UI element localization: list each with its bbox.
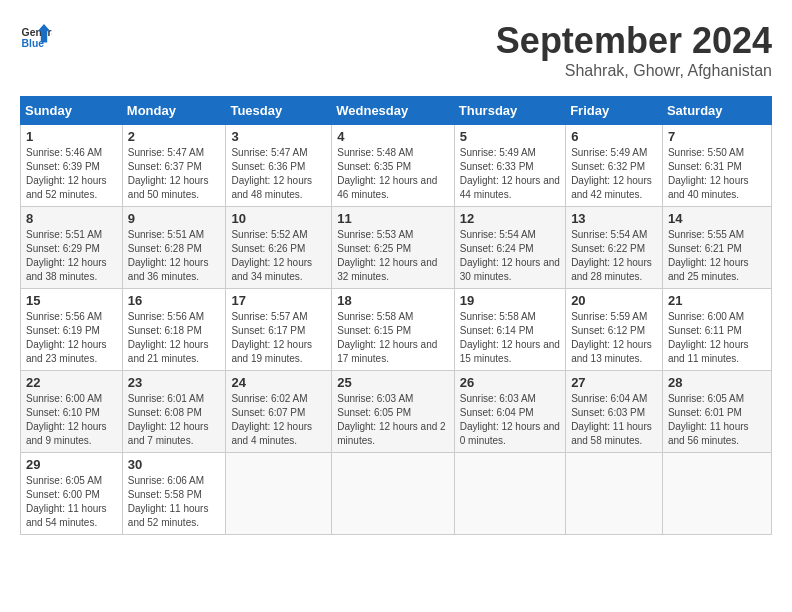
day-info: Sunrise: 6:05 AM Sunset: 6:00 PM Dayligh… bbox=[26, 474, 117, 530]
day-number: 20 bbox=[571, 293, 657, 308]
day-number: 11 bbox=[337, 211, 449, 226]
day-info: Sunrise: 5:51 AM Sunset: 6:28 PM Dayligh… bbox=[128, 228, 221, 284]
calendar-cell: 27Sunrise: 6:04 AM Sunset: 6:03 PM Dayli… bbox=[566, 371, 663, 453]
header-cell-tuesday: Tuesday bbox=[226, 97, 332, 125]
day-number: 25 bbox=[337, 375, 449, 390]
day-info: Sunrise: 6:04 AM Sunset: 6:03 PM Dayligh… bbox=[571, 392, 657, 448]
calendar-cell: 2Sunrise: 5:47 AM Sunset: 6:37 PM Daylig… bbox=[122, 125, 226, 207]
calendar-cell: 22Sunrise: 6:00 AM Sunset: 6:10 PM Dayli… bbox=[21, 371, 123, 453]
calendar-week-row: 29Sunrise: 6:05 AM Sunset: 6:00 PM Dayli… bbox=[21, 453, 772, 535]
calendar-cell bbox=[226, 453, 332, 535]
day-info: Sunrise: 5:58 AM Sunset: 6:14 PM Dayligh… bbox=[460, 310, 560, 366]
calendar-cell bbox=[662, 453, 771, 535]
calendar-cell: 23Sunrise: 6:01 AM Sunset: 6:08 PM Dayli… bbox=[122, 371, 226, 453]
day-info: Sunrise: 5:54 AM Sunset: 6:22 PM Dayligh… bbox=[571, 228, 657, 284]
calendar-week-row: 22Sunrise: 6:00 AM Sunset: 6:10 PM Dayli… bbox=[21, 371, 772, 453]
day-info: Sunrise: 6:00 AM Sunset: 6:10 PM Dayligh… bbox=[26, 392, 117, 448]
day-info: Sunrise: 5:47 AM Sunset: 6:36 PM Dayligh… bbox=[231, 146, 326, 202]
day-info: Sunrise: 6:00 AM Sunset: 6:11 PM Dayligh… bbox=[668, 310, 766, 366]
day-info: Sunrise: 5:46 AM Sunset: 6:39 PM Dayligh… bbox=[26, 146, 117, 202]
calendar-cell: 1Sunrise: 5:46 AM Sunset: 6:39 PM Daylig… bbox=[21, 125, 123, 207]
day-info: Sunrise: 5:51 AM Sunset: 6:29 PM Dayligh… bbox=[26, 228, 117, 284]
calendar-cell bbox=[566, 453, 663, 535]
day-number: 29 bbox=[26, 457, 117, 472]
calendar-cell: 10Sunrise: 5:52 AM Sunset: 6:26 PM Dayli… bbox=[226, 207, 332, 289]
header-cell-monday: Monday bbox=[122, 97, 226, 125]
day-number: 14 bbox=[668, 211, 766, 226]
calendar-cell: 8Sunrise: 5:51 AM Sunset: 6:29 PM Daylig… bbox=[21, 207, 123, 289]
day-number: 3 bbox=[231, 129, 326, 144]
calendar-cell: 29Sunrise: 6:05 AM Sunset: 6:00 PM Dayli… bbox=[21, 453, 123, 535]
calendar-cell: 28Sunrise: 6:05 AM Sunset: 6:01 PM Dayli… bbox=[662, 371, 771, 453]
day-number: 19 bbox=[460, 293, 560, 308]
day-number: 26 bbox=[460, 375, 560, 390]
calendar-week-row: 15Sunrise: 5:56 AM Sunset: 6:19 PM Dayli… bbox=[21, 289, 772, 371]
header-cell-saturday: Saturday bbox=[662, 97, 771, 125]
header-cell-wednesday: Wednesday bbox=[332, 97, 455, 125]
day-number: 27 bbox=[571, 375, 657, 390]
day-info: Sunrise: 6:01 AM Sunset: 6:08 PM Dayligh… bbox=[128, 392, 221, 448]
calendar-cell: 11Sunrise: 5:53 AM Sunset: 6:25 PM Dayli… bbox=[332, 207, 455, 289]
day-info: Sunrise: 5:53 AM Sunset: 6:25 PM Dayligh… bbox=[337, 228, 449, 284]
calendar-cell: 24Sunrise: 6:02 AM Sunset: 6:07 PM Dayli… bbox=[226, 371, 332, 453]
day-number: 5 bbox=[460, 129, 560, 144]
calendar-cell: 6Sunrise: 5:49 AM Sunset: 6:32 PM Daylig… bbox=[566, 125, 663, 207]
logo-icon: General Blue bbox=[20, 20, 52, 52]
day-number: 1 bbox=[26, 129, 117, 144]
calendar-cell: 20Sunrise: 5:59 AM Sunset: 6:12 PM Dayli… bbox=[566, 289, 663, 371]
day-number: 12 bbox=[460, 211, 560, 226]
calendar-cell: 15Sunrise: 5:56 AM Sunset: 6:19 PM Dayli… bbox=[21, 289, 123, 371]
calendar-title: September 2024 bbox=[496, 20, 772, 62]
calendar-cell: 25Sunrise: 6:03 AM Sunset: 6:05 PM Dayli… bbox=[332, 371, 455, 453]
day-info: Sunrise: 5:49 AM Sunset: 6:32 PM Dayligh… bbox=[571, 146, 657, 202]
day-info: Sunrise: 5:47 AM Sunset: 6:37 PM Dayligh… bbox=[128, 146, 221, 202]
day-number: 8 bbox=[26, 211, 117, 226]
header-cell-thursday: Thursday bbox=[454, 97, 565, 125]
day-info: Sunrise: 5:54 AM Sunset: 6:24 PM Dayligh… bbox=[460, 228, 560, 284]
day-info: Sunrise: 6:05 AM Sunset: 6:01 PM Dayligh… bbox=[668, 392, 766, 448]
day-number: 9 bbox=[128, 211, 221, 226]
day-number: 15 bbox=[26, 293, 117, 308]
day-number: 7 bbox=[668, 129, 766, 144]
calendar-cell bbox=[332, 453, 455, 535]
day-number: 24 bbox=[231, 375, 326, 390]
day-info: Sunrise: 5:56 AM Sunset: 6:18 PM Dayligh… bbox=[128, 310, 221, 366]
day-info: Sunrise: 6:06 AM Sunset: 5:58 PM Dayligh… bbox=[128, 474, 221, 530]
day-info: Sunrise: 5:50 AM Sunset: 6:31 PM Dayligh… bbox=[668, 146, 766, 202]
header: General Blue September 2024 Shahrak, Gho… bbox=[20, 20, 772, 80]
day-number: 21 bbox=[668, 293, 766, 308]
calendar-cell: 13Sunrise: 5:54 AM Sunset: 6:22 PM Dayli… bbox=[566, 207, 663, 289]
calendar-header-row: SundayMondayTuesdayWednesdayThursdayFrid… bbox=[21, 97, 772, 125]
day-info: Sunrise: 6:03 AM Sunset: 6:05 PM Dayligh… bbox=[337, 392, 449, 448]
day-number: 13 bbox=[571, 211, 657, 226]
day-info: Sunrise: 6:03 AM Sunset: 6:04 PM Dayligh… bbox=[460, 392, 560, 448]
header-cell-friday: Friday bbox=[566, 97, 663, 125]
day-number: 22 bbox=[26, 375, 117, 390]
calendar-cell: 5Sunrise: 5:49 AM Sunset: 6:33 PM Daylig… bbox=[454, 125, 565, 207]
day-number: 30 bbox=[128, 457, 221, 472]
calendar-cell: 7Sunrise: 5:50 AM Sunset: 6:31 PM Daylig… bbox=[662, 125, 771, 207]
day-info: Sunrise: 5:58 AM Sunset: 6:15 PM Dayligh… bbox=[337, 310, 449, 366]
calendar-cell: 19Sunrise: 5:58 AM Sunset: 6:14 PM Dayli… bbox=[454, 289, 565, 371]
logo: General Blue bbox=[20, 20, 52, 52]
calendar-week-row: 8Sunrise: 5:51 AM Sunset: 6:29 PM Daylig… bbox=[21, 207, 772, 289]
day-number: 4 bbox=[337, 129, 449, 144]
header-cell-sunday: Sunday bbox=[21, 97, 123, 125]
calendar-cell: 14Sunrise: 5:55 AM Sunset: 6:21 PM Dayli… bbox=[662, 207, 771, 289]
day-number: 16 bbox=[128, 293, 221, 308]
calendar-week-row: 1Sunrise: 5:46 AM Sunset: 6:39 PM Daylig… bbox=[21, 125, 772, 207]
calendar-table: SundayMondayTuesdayWednesdayThursdayFrid… bbox=[20, 96, 772, 535]
day-number: 10 bbox=[231, 211, 326, 226]
day-info: Sunrise: 5:48 AM Sunset: 6:35 PM Dayligh… bbox=[337, 146, 449, 202]
calendar-cell: 18Sunrise: 5:58 AM Sunset: 6:15 PM Dayli… bbox=[332, 289, 455, 371]
calendar-subtitle: Shahrak, Ghowr, Afghanistan bbox=[496, 62, 772, 80]
day-info: Sunrise: 5:57 AM Sunset: 6:17 PM Dayligh… bbox=[231, 310, 326, 366]
day-number: 28 bbox=[668, 375, 766, 390]
title-area: September 2024 Shahrak, Ghowr, Afghanist… bbox=[496, 20, 772, 80]
calendar-cell: 3Sunrise: 5:47 AM Sunset: 6:36 PM Daylig… bbox=[226, 125, 332, 207]
day-info: Sunrise: 5:55 AM Sunset: 6:21 PM Dayligh… bbox=[668, 228, 766, 284]
day-info: Sunrise: 5:56 AM Sunset: 6:19 PM Dayligh… bbox=[26, 310, 117, 366]
day-number: 17 bbox=[231, 293, 326, 308]
calendar-cell: 17Sunrise: 5:57 AM Sunset: 6:17 PM Dayli… bbox=[226, 289, 332, 371]
day-number: 2 bbox=[128, 129, 221, 144]
